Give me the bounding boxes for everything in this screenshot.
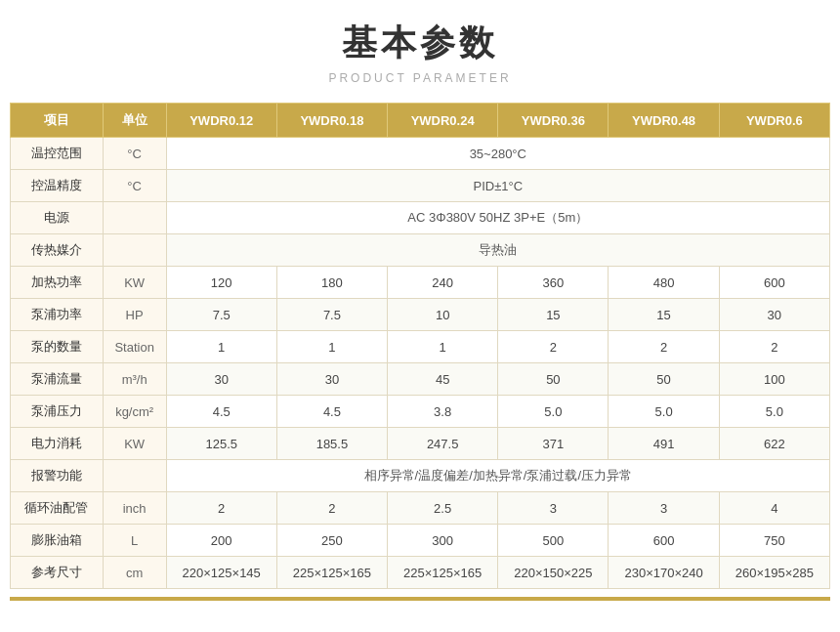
row-cell-6-5: 2 — [719, 331, 829, 363]
row-cell-4-4: 480 — [609, 267, 719, 299]
table-row: 电力消耗KW125.5185.5247.5371491622 — [11, 428, 830, 460]
row-cell-12-1: 250 — [276, 525, 387, 557]
row-cell-7-5: 100 — [719, 363, 829, 396]
page-subtitle: PRODUCT PARAMETER — [328, 71, 511, 85]
row-span-value-1: PID±1°C — [166, 170, 829, 202]
row-unit-3 — [103, 234, 166, 267]
row-label-13: 参考尺寸 — [11, 557, 104, 589]
row-cell-13-4: 230×170×240 — [609, 557, 719, 589]
row-unit-5: HP — [103, 299, 166, 331]
row-cell-8-2: 3.8 — [388, 396, 498, 428]
row-cell-12-2: 300 — [388, 525, 498, 557]
table-row: 报警功能相序异常/温度偏差/加热异常/泵浦过载/压力异常 — [11, 460, 830, 492]
row-unit-11: inch — [103, 492, 166, 525]
row-unit-8: kg/cm² — [103, 396, 166, 428]
row-cell-6-1: 1 — [276, 331, 387, 363]
row-cell-12-3: 500 — [498, 525, 609, 557]
row-cell-4-3: 360 — [498, 267, 609, 299]
column-header-3: YWDR0.18 — [276, 104, 387, 138]
row-cell-13-2: 225×125×165 — [388, 557, 498, 589]
row-cell-5-4: 15 — [609, 299, 719, 331]
row-span-value-2: AC 3Φ380V 50HZ 3P+E（5m） — [166, 202, 829, 234]
table-row: 泵浦功率HP7.57.510151530 — [11, 299, 830, 331]
row-cell-8-0: 4.5 — [166, 396, 276, 428]
row-label-8: 泵浦压力 — [11, 396, 104, 428]
row-cell-7-0: 30 — [166, 363, 276, 396]
row-unit-2 — [103, 202, 166, 234]
row-label-3: 传热媒介 — [11, 234, 104, 267]
table-row: 循环油配管inch222.5334 — [11, 492, 830, 525]
row-cell-9-1: 185.5 — [276, 428, 387, 460]
column-header-6: YWDR0.48 — [609, 104, 719, 138]
row-cell-4-2: 240 — [388, 267, 498, 299]
row-cell-8-5: 5.0 — [719, 396, 829, 428]
row-cell-8-3: 5.0 — [498, 396, 609, 428]
table-row: 传热媒介导热油 — [11, 234, 830, 267]
row-cell-9-4: 491 — [609, 428, 719, 460]
row-unit-9: KW — [103, 428, 166, 460]
table-row: 膨胀油箱L200250300500600750 — [11, 525, 830, 557]
row-cell-11-3: 3 — [498, 492, 609, 525]
row-label-2: 电源 — [11, 202, 104, 234]
row-cell-6-2: 1 — [388, 331, 498, 363]
row-cell-7-2: 45 — [388, 363, 498, 396]
row-cell-8-1: 4.5 — [276, 396, 387, 428]
row-unit-4: KW — [103, 267, 166, 299]
row-cell-9-0: 125.5 — [166, 428, 276, 460]
row-cell-11-4: 3 — [609, 492, 719, 525]
column-header-1: 单位 — [103, 104, 166, 138]
table-row: 温控范围°C35~280°C — [11, 138, 830, 170]
row-cell-11-1: 2 — [276, 492, 387, 525]
row-cell-5-3: 15 — [498, 299, 609, 331]
row-unit-12: L — [103, 525, 166, 557]
row-cell-6-4: 2 — [609, 331, 719, 363]
row-cell-4-5: 600 — [719, 267, 829, 299]
row-cell-13-1: 225×125×165 — [276, 557, 387, 589]
row-cell-7-3: 50 — [498, 363, 609, 396]
row-cell-4-0: 120 — [166, 267, 276, 299]
row-unit-13: cm — [103, 557, 166, 589]
row-cell-11-0: 2 — [166, 492, 276, 525]
row-unit-7: m³/h — [103, 363, 166, 396]
row-cell-12-4: 600 — [609, 525, 719, 557]
row-cell-5-0: 7.5 — [166, 299, 276, 331]
column-header-5: YWDR0.36 — [498, 104, 609, 138]
row-cell-7-4: 50 — [609, 363, 719, 396]
row-cell-11-2: 2.5 — [388, 492, 498, 525]
page-title: 基本参数 — [342, 20, 498, 67]
row-cell-4-1: 180 — [276, 267, 387, 299]
table-row: 电源AC 3Φ380V 50HZ 3P+E（5m） — [11, 202, 830, 234]
row-cell-5-5: 30 — [719, 299, 829, 331]
column-header-0: 项目 — [11, 104, 104, 138]
table-row: 泵浦流量m³/h3030455050100 — [11, 363, 830, 396]
row-cell-12-0: 200 — [166, 525, 276, 557]
row-unit-10 — [103, 460, 166, 492]
row-cell-11-5: 4 — [719, 492, 829, 525]
table-row: 泵浦压力kg/cm²4.54.53.85.05.05.0 — [11, 396, 830, 428]
row-label-5: 泵浦功率 — [11, 299, 104, 331]
row-label-6: 泵的数量 — [11, 331, 104, 363]
row-label-4: 加热功率 — [11, 267, 104, 299]
table-row: 泵的数量Station111222 — [11, 331, 830, 363]
row-cell-13-3: 220×150×225 — [498, 557, 609, 589]
row-label-10: 报警功能 — [11, 460, 104, 492]
row-label-9: 电力消耗 — [11, 428, 104, 460]
row-cell-12-5: 750 — [719, 525, 829, 557]
parameter-table: 项目单位YWDR0.12YWDR0.18YWDR0.24YWDR0.36YWDR… — [10, 103, 830, 589]
row-cell-5-2: 10 — [388, 299, 498, 331]
row-cell-9-3: 371 — [498, 428, 609, 460]
row-cell-13-5: 260×195×285 — [719, 557, 829, 589]
table-row: 控温精度°CPID±1°C — [11, 170, 830, 202]
column-header-7: YWDR0.6 — [719, 104, 829, 138]
row-span-value-0: 35~280°C — [166, 138, 829, 170]
row-cell-5-1: 7.5 — [276, 299, 387, 331]
row-label-1: 控温精度 — [11, 170, 104, 202]
row-label-12: 膨胀油箱 — [11, 525, 104, 557]
row-cell-9-2: 247.5 — [388, 428, 498, 460]
row-cell-7-1: 30 — [276, 363, 387, 396]
row-label-7: 泵浦流量 — [11, 363, 104, 396]
row-cell-8-4: 5.0 — [609, 396, 719, 428]
row-cell-13-0: 220×125×145 — [166, 557, 276, 589]
row-unit-0: °C — [103, 138, 166, 170]
row-unit-1: °C — [103, 170, 166, 202]
